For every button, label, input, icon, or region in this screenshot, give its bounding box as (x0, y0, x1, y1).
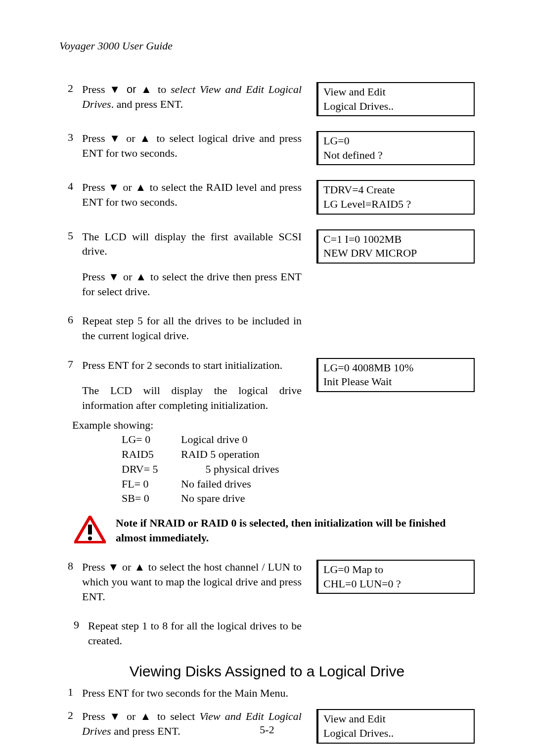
svg-point-2 (88, 536, 92, 540)
lcd-display: LG=0 4008MB 10% Init Please Wait (316, 358, 475, 392)
example-table: LG= 0Logical drive 0 RAID5RAID 5 operati… (122, 432, 475, 505)
lcd-display: LG=0 Not defined ? (316, 131, 475, 165)
example-block: Example showing: LG= 0Logical drive 0 RA… (82, 418, 475, 506)
step-row: 7 Press ENT for 2 seconds to start initi… (59, 358, 475, 413)
page-number: 5-2 (0, 723, 534, 736)
lcd-display: TDRV=4 Create LG Level=RAID5 ? (316, 180, 475, 214)
step-text: Press ENT for 2 seconds to start initial… (82, 358, 302, 413)
step-text: Press ▼ or ▲ to select View and Edit Log… (82, 82, 302, 111)
step-row: 5 The LCD will display the first availab… (59, 229, 475, 299)
page-header: Voyager 3000 User Guide (59, 40, 475, 52)
step-text: Press ▼ or ▲ to select logical drive and… (82, 131, 302, 160)
svg-rect-1 (88, 525, 92, 534)
step-text: Press ENT for two seconds for the Main M… (82, 686, 302, 701)
step-number: 6 (59, 313, 73, 343)
step-text: Press ▼ or ▲ to select the host channel … (82, 560, 302, 604)
step-number: 2 (59, 82, 73, 111)
step-row: 4 Press ▼ or ▲ to select the RAID level … (59, 180, 475, 214)
step-number: 4 (59, 180, 73, 209)
section-title: Viewing Disks Assigned to a Logical Driv… (59, 663, 475, 680)
note-text: Note if NRAID or RAID 0 is selected, the… (116, 516, 475, 545)
step-row: 6 Repeat step 5 for all the drives to be… (59, 313, 475, 343)
step-row: 9 Repeat step 1 to 8 for all the logical… (59, 619, 475, 648)
lcd-display: View and Edit Logical Drives.. (316, 82, 475, 116)
step-number: 7 (59, 358, 73, 413)
warning-icon (74, 516, 106, 543)
step-text: Repeat step 1 to 8 for all the logical d… (88, 619, 302, 648)
step-number: 9 (65, 619, 79, 648)
step-text: The LCD will display the first available… (82, 229, 302, 299)
step-text: Press ▼ or ▲ to select the RAID level an… (82, 180, 302, 209)
step-number: 5 (59, 229, 73, 299)
lcd-display: C=1 I=0 1002MB NEW DRV MICROP (316, 229, 475, 264)
step-number: 1 (59, 686, 73, 701)
lcd-display: LG=0 Map to CHL=0 LUN=0 ? (316, 560, 475, 594)
step-row: 8 Press ▼ or ▲ to select the host channe… (59, 560, 475, 604)
step-number: 3 (59, 131, 73, 160)
step-number: 8 (59, 560, 73, 604)
step-text: Repeat step 5 for all the drives to be i… (82, 313, 302, 343)
step-row: 2 Press ▼ or ▲ to select View and Edit L… (59, 82, 475, 116)
step-row: 1 Press ENT for two seconds for the Main… (59, 686, 475, 701)
note-row: Note if NRAID or RAID 0 is selected, the… (74, 516, 475, 545)
step-row: 3 Press ▼ or ▲ to select logical drive a… (59, 131, 475, 165)
